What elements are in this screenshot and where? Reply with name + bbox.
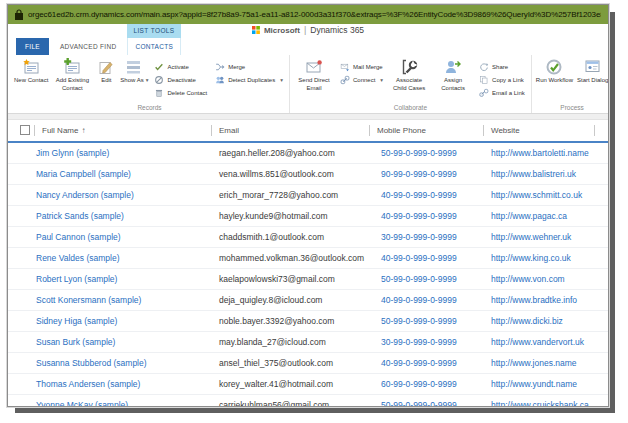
url-text[interactable]: orgec61ed2b.crm.dynamics.com/main.aspx?a…: [28, 10, 601, 19]
contact-row[interactable]: Patrick Sands (sample)hayley.kunde9@hotm…: [8, 206, 608, 227]
merge-button[interactable]: Merge: [211, 60, 287, 73]
deactivate-button[interactable]: Deactivate: [150, 73, 211, 86]
start-dialog-button[interactable]: Start Dialog: [575, 57, 608, 86]
share-button[interactable]: Share: [475, 60, 529, 73]
row-checkbox-cell[interactable]: [8, 206, 34, 227]
browser-address-bar[interactable]: orgec61ed2b.crm.dynamics.com/main.aspx?a…: [8, 5, 608, 24]
website-link[interactable]: http://www.bartoletti.name: [491, 148, 589, 158]
website-link[interactable]: http://www.yundt.name: [491, 379, 577, 389]
mobile-phone-link[interactable]: 50-99-0-999-0-9999: [381, 400, 457, 407]
mobile-phone-link[interactable]: 50-99-0-999-0-9999: [381, 316, 457, 326]
button-label: Add Existing Contact: [52, 77, 92, 92]
full-name-link[interactable]: Susan Burk (sample): [36, 337, 115, 347]
website-link[interactable]: http://www.king.co.uk: [491, 253, 571, 263]
delete-contact-button[interactable]: Delete Contact: [150, 86, 211, 99]
row-checkbox-cell[interactable]: [8, 142, 34, 164]
row-checkbox-cell[interactable]: [8, 248, 34, 269]
mail-merge-button[interactable]: Mail Merge: [336, 60, 387, 73]
contact-row[interactable]: Nancy Anderson (sample)erich_morar_7728@…: [8, 185, 608, 206]
contact-row[interactable]: Yvonne McKay (sample)carriekuhlman56@gma…: [8, 395, 608, 408]
full-name-link[interactable]: Maria Campbell (sample): [36, 169, 131, 179]
website-link[interactable]: http://www.bradtke.info: [491, 295, 577, 305]
full-name-link[interactable]: Thomas Andersen (sample): [36, 379, 140, 389]
add-existing-contact-button[interactable]: Add Existing Contact: [50, 57, 94, 93]
column-header-full-name[interactable]: Full Name↑: [34, 120, 211, 142]
row-checkbox-cell[interactable]: [8, 353, 34, 374]
mobile-phone-link[interactable]: 90-99-0-999-0-9999: [381, 169, 457, 179]
website-link[interactable]: http://www.cruickshank.ca: [491, 400, 589, 407]
contact-row[interactable]: Paul Cannon (sample)chaddsmith.1@outlook…: [8, 227, 608, 248]
contact-row[interactable]: Rene Valdes (sample)mohammed.volkman.36@…: [8, 248, 608, 269]
tab-file[interactable]: FILE: [16, 38, 49, 55]
mobile-phone-link[interactable]: 50-99-0-999-0-9999: [381, 274, 457, 284]
contact-row[interactable]: Thomas Andersen (sample)korey_walter.41@…: [8, 374, 608, 395]
row-checkbox-cell[interactable]: [8, 374, 34, 395]
full-name-link[interactable]: Sidney Higa (sample): [36, 316, 117, 326]
mobile-phone-link[interactable]: 60-99-0-999-0-9999: [381, 379, 457, 389]
full-name-link[interactable]: Robert Lyon (sample): [36, 274, 117, 284]
show-as-button[interactable]: Show As▾: [118, 57, 150, 86]
row-checkbox-cell[interactable]: [8, 311, 34, 332]
contact-row[interactable]: Scott Konersmann (sample)deja_quigley.8@…: [8, 290, 608, 311]
row-checkbox-cell[interactable]: [8, 269, 34, 290]
mobile-phone-link[interactable]: 40-99-0-999-0-9999: [381, 358, 457, 368]
website-link[interactable]: http://www.von.com: [491, 274, 565, 284]
send-direct-email-button[interactable]: Send Direct Email: [292, 57, 336, 93]
row-checkbox-cell[interactable]: [8, 185, 34, 206]
website-link[interactable]: http://www.dicki.biz: [491, 316, 563, 326]
website-link[interactable]: http://www.schmitt.co.uk: [491, 190, 582, 200]
row-checkbox-cell[interactable]: [8, 290, 34, 311]
mobile-phone-link[interactable]: 40-99-0-999-0-9999: [381, 253, 457, 263]
full-name-link[interactable]: Nancy Anderson (sample): [36, 190, 134, 200]
website-link[interactable]: http://www.jones.name: [491, 358, 577, 368]
product-name: Dynamics 365: [310, 25, 364, 35]
assign-contacts-button[interactable]: Assign Contacts: [431, 57, 475, 93]
full-name-link[interactable]: Yvonne McKay (sample): [36, 400, 128, 407]
website-link[interactable]: http://www.balistreri.uk: [491, 169, 576, 179]
row-checkbox-cell[interactable]: [8, 227, 34, 248]
tab-advanced-find[interactable]: ADVANCED FIND: [53, 38, 124, 55]
row-checkbox-cell[interactable]: [8, 395, 34, 408]
copy-a-link-button[interactable]: Copy a Link: [475, 73, 529, 86]
full-name-link[interactable]: Susanna Stubberod (sample): [36, 358, 147, 368]
contact-row[interactable]: Maria Campbell (sample)vena.willms.851@o…: [8, 164, 608, 185]
select-all-checkbox[interactable]: [20, 125, 30, 135]
mobile-phone-link[interactable]: 40-99-0-999-0-9999: [381, 295, 457, 305]
button-label: Connect: [353, 77, 375, 83]
full-name-link[interactable]: Patrick Sands (sample): [36, 211, 124, 221]
activate-button[interactable]: Activate: [150, 60, 211, 73]
mobile-phone-link[interactable]: 40-99-0-999-0-9999: [381, 190, 457, 200]
connect-button[interactable]: Connect▾: [336, 73, 387, 86]
contact-row[interactable]: Susanna Stubberod (sample)ansel_thiel_37…: [8, 353, 608, 374]
contact-row[interactable]: Jim Glynn (sample)raegan.heller.208@yaho…: [8, 142, 608, 164]
detect-duplicates-button[interactable]: Detect Duplicates▾: [211, 73, 287, 86]
button-label: Assign Contacts: [433, 77, 473, 92]
email-a-link-button[interactable]: Email a Link: [475, 86, 529, 99]
mobile-phone-link[interactable]: 30-99-0-999-0-9999: [381, 337, 457, 347]
website-link[interactable]: http://www.wehner.uk: [491, 232, 571, 242]
new-contact-button[interactable]: New Contact: [12, 57, 50, 86]
edit-button[interactable]: Edit: [94, 57, 118, 86]
mobile-phone-link[interactable]: 40-99-0-999-0-9999: [381, 211, 457, 221]
full-name-link[interactable]: Rene Valdes (sample): [36, 253, 119, 263]
website-link[interactable]: http://www.vandervort.uk: [491, 337, 584, 347]
column-header-mobile-phone[interactable]: Mobile Phone: [369, 120, 483, 142]
column-header-email[interactable]: Email: [211, 120, 369, 142]
mobile-phone-link[interactable]: 50-99-0-999-0-9999: [381, 148, 457, 158]
row-spacer-cell: [594, 332, 608, 353]
button-label: Deactivate: [167, 77, 195, 83]
row-checkbox-cell[interactable]: [8, 164, 34, 185]
full-name-link[interactable]: Paul Cannon (sample): [36, 232, 121, 242]
associate-child-cases-button[interactable]: Associate Child Cases: [387, 57, 431, 93]
full-name-link[interactable]: Scott Konersmann (sample): [36, 295, 141, 305]
website-link[interactable]: http://www.pagac.ca: [491, 211, 567, 221]
contact-row[interactable]: Sidney Higa (sample)noble.bayer.3392@yah…: [8, 311, 608, 332]
full-name-link[interactable]: Jim Glynn (sample): [36, 148, 109, 158]
mobile-phone-link[interactable]: 30-99-0-999-0-9999: [381, 232, 457, 242]
row-checkbox-cell[interactable]: [8, 332, 34, 353]
contact-row[interactable]: Susan Burk (sample)may.blanda_27@icloud.…: [8, 332, 608, 353]
contact-row[interactable]: Robert Lyon (sample)kaelapowlowski73@gma…: [8, 269, 608, 290]
run-workflow-button[interactable]: Run Workflow: [534, 57, 575, 86]
tab-contacts[interactable]: CONTACTS: [127, 38, 181, 55]
column-header-website[interactable]: Website: [483, 120, 594, 142]
